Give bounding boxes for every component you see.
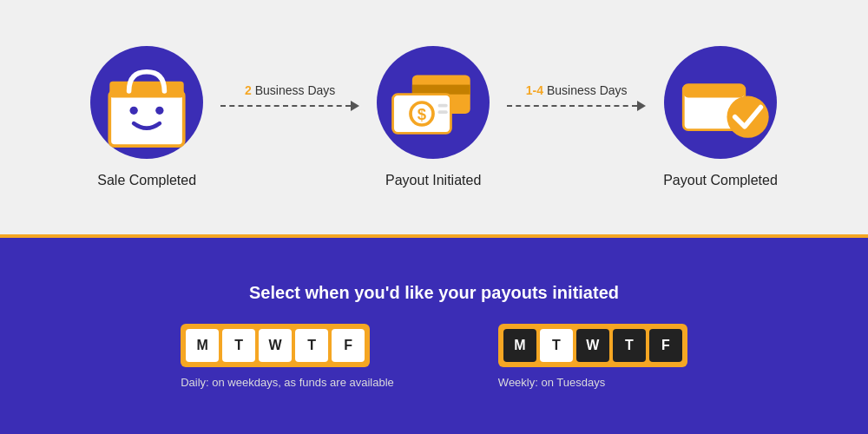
daily-thursday[interactable]: T	[295, 329, 328, 362]
weekly-day-selector[interactable]: M T W T F	[498, 324, 687, 367]
step-label-completed: Payout Completed	[663, 173, 778, 188]
step-sale-completed: Sale Completed	[90, 46, 203, 188]
arrow-1-label: 2 Business Days	[245, 83, 335, 97]
daily-day-selector[interactable]: M T W T F	[181, 324, 370, 367]
step-payout-completed: Payout Completed	[663, 46, 778, 188]
step-label-sale: Sale Completed	[97, 173, 196, 188]
dashed-arrow-1	[220, 101, 359, 111]
step-payout-initiated: $ Payout Initiated	[377, 46, 490, 188]
step-circle-completed	[664, 46, 777, 159]
shopping-bag-icon	[90, 46, 203, 159]
weekly-option: M T W T F Weekly: on Tuesdays	[498, 324, 687, 389]
svg-point-2	[130, 107, 138, 115]
weekly-monday[interactable]: M	[503, 329, 536, 362]
weekly-tuesday[interactable]: T	[540, 329, 573, 362]
dashed-arrow-2	[507, 101, 646, 111]
arrow-2-label: 1-4 Business Days	[526, 83, 628, 97]
svg-rect-10	[438, 110, 448, 114]
step-circle-payout: $	[377, 46, 490, 159]
arrow-1: 2 Business Days	[220, 83, 359, 111]
arrow-2: 1-4 Business Days	[507, 83, 646, 111]
step-circle-sale	[90, 46, 203, 159]
svg-rect-0	[109, 91, 183, 146]
svg-rect-12	[683, 85, 745, 98]
steps-container: Sale Completed 2 Business Days	[0, 46, 868, 188]
bottom-section: Select when you'd like your payouts init…	[0, 238, 868, 434]
step-label-payout: Payout Initiated	[385, 173, 481, 188]
daily-tuesday[interactable]: T	[222, 329, 255, 362]
payout-title: Select when you'd like your payouts init…	[249, 283, 619, 303]
daily-option: M T W T F Daily: on weekdays, as funds a…	[181, 324, 394, 389]
daily-label: Daily: on weekdays, as funds are availab…	[181, 376, 394, 389]
check-circle-icon	[664, 46, 777, 159]
svg-rect-5	[412, 85, 470, 95]
weekly-friday[interactable]: F	[649, 329, 682, 362]
svg-text:$: $	[418, 105, 427, 123]
money-icon: $	[377, 46, 490, 159]
svg-point-3	[155, 107, 163, 115]
top-section: Sale Completed 2 Business Days	[0, 0, 868, 234]
svg-rect-1	[109, 82, 183, 98]
weekly-wednesday[interactable]: W	[576, 329, 609, 362]
svg-rect-9	[438, 104, 448, 108]
weekly-thursday[interactable]: T	[613, 329, 646, 362]
daily-friday[interactable]: F	[332, 329, 365, 362]
payout-options: M T W T F Daily: on weekdays, as funds a…	[181, 324, 687, 389]
daily-wednesday[interactable]: W	[259, 329, 292, 362]
daily-monday[interactable]: M	[186, 329, 219, 362]
weekly-label: Weekly: on Tuesdays	[498, 376, 605, 389]
